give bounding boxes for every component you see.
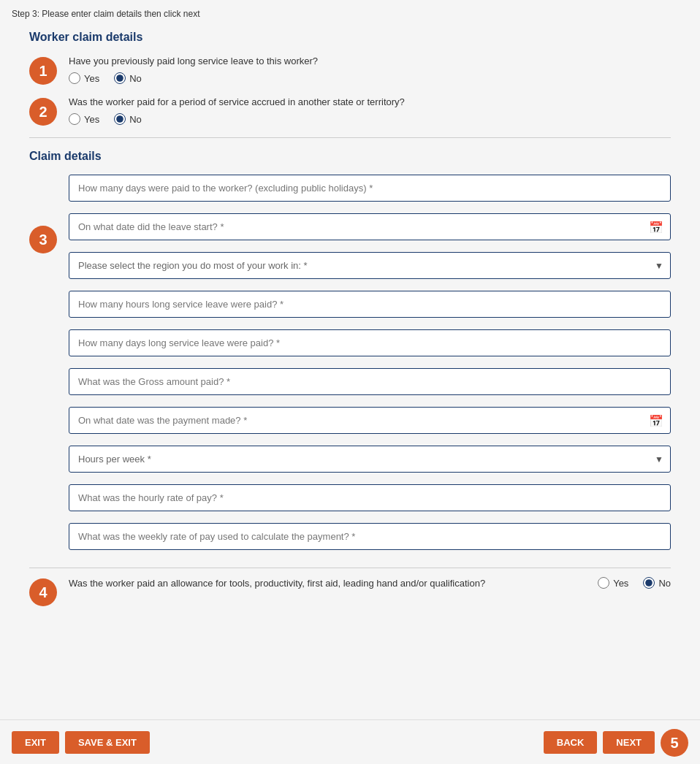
step-instruction-text: Step 3: Please enter claim details then …: [12, 9, 199, 19]
leave-start-date-wrapper: 📅: [69, 213, 671, 240]
question2-text: Was the worker paid for a period of serv…: [69, 96, 671, 107]
step4-yes-label[interactable]: Yes: [598, 577, 628, 589]
days-lsl-input[interactable]: [69, 329, 671, 356]
step4-no-radio[interactable]: [643, 577, 655, 589]
question1-no-label[interactable]: No: [114, 72, 142, 84]
question2-radio-group: Yes No: [69, 113, 671, 125]
step4-question: Was the worker paid an allowance for too…: [69, 578, 583, 589]
payment-date-wrapper: 📅: [69, 407, 671, 434]
step-instruction: Step 3: Please enter claim details then …: [0, 0, 700, 25]
question1-text: Have you previously paid long service le…: [69, 56, 671, 66]
days-lsl-field: [69, 329, 671, 356]
footer-left: EXIT SAVE & EXIT: [12, 731, 150, 754]
footer: EXIT SAVE & EXIT BACK NEXT 5: [0, 719, 700, 764]
question2-no-radio[interactable]: [114, 113, 126, 125]
step4-no-label[interactable]: No: [643, 577, 671, 589]
step4-radio-group: Yes No: [598, 577, 671, 589]
hours-per-week-select[interactable]: Hours per week *: [69, 446, 671, 473]
page-wrapper: Step 3: Please enter claim details then …: [0, 0, 700, 764]
weekly-rate-input[interactable]: [69, 523, 671, 550]
hourly-rate-field: [69, 484, 671, 511]
step2-content: Was the worker paid for a period of serv…: [69, 96, 671, 125]
gross-amount-input[interactable]: [69, 368, 671, 395]
step2-circle: 2: [29, 98, 57, 126]
step1-content: Have you previously paid long service le…: [69, 56, 671, 84]
claim-section: Claim details 3 📅: [29, 150, 671, 615]
step2-row: 2 Was the worker paid for a period of se…: [29, 96, 671, 126]
footer-right: BACK NEXT 5: [544, 727, 688, 757]
step5-circle: 5: [661, 729, 688, 757]
step4-row: 4 Was the worker paid an allowance for t…: [29, 568, 671, 615]
step4-circle: 4: [29, 578, 57, 606]
question1-yes-label[interactable]: Yes: [69, 72, 99, 84]
section-divider: [29, 137, 671, 138]
leave-start-date-input[interactable]: [69, 213, 671, 240]
step1-circle: 1: [29, 57, 57, 85]
payment-date-input[interactable]: [69, 407, 671, 434]
region-wrapper: Please select the region you do most of …: [69, 252, 671, 279]
region-field: Please select the region you do most of …: [69, 252, 671, 279]
step4-content: Was the worker paid an allowance for too…: [69, 577, 671, 589]
days-paid-input[interactable]: [69, 175, 671, 202]
hours-per-week-wrapper: Hours per week * ▼: [69, 446, 671, 473]
hours-per-week-field: Hours per week * ▼: [69, 446, 671, 473]
question1-yes-radio[interactable]: [69, 72, 80, 84]
back-button[interactable]: BACK: [544, 731, 598, 754]
next-button[interactable]: NEXT: [603, 731, 655, 754]
hours-lsl-field: [69, 291, 671, 318]
claim-fields: 📅 Please select the region you do most o…: [69, 175, 671, 562]
question2-yes-label[interactable]: Yes: [69, 113, 99, 125]
payment-date-field: 📅: [69, 407, 671, 434]
save-exit-button[interactable]: SAVE & EXIT: [65, 731, 150, 754]
hours-lsl-input[interactable]: [69, 291, 671, 318]
region-select[interactable]: Please select the region you do most of …: [69, 252, 671, 279]
question2-no-label[interactable]: No: [114, 113, 142, 125]
question2-yes-radio[interactable]: [69, 113, 80, 125]
step3-section: 3 📅: [29, 175, 671, 562]
step4-yes-radio[interactable]: [598, 577, 609, 589]
exit-button[interactable]: EXIT: [12, 731, 59, 754]
main-content: Worker claim details 1 Have you previous…: [0, 25, 700, 764]
step1-row: 1 Have you previously paid long service …: [29, 56, 671, 85]
leave-start-date-field: 📅: [69, 213, 671, 240]
worker-claim-details-title: Worker claim details: [29, 31, 671, 44]
step3-circle: 3: [29, 226, 57, 253]
claim-details-title: Claim details: [29, 150, 671, 163]
gross-amount-field: [69, 368, 671, 395]
weekly-rate-field: [69, 523, 671, 550]
days-paid-field: [69, 175, 671, 202]
question1-no-radio[interactable]: [114, 72, 126, 84]
hourly-rate-input[interactable]: [69, 484, 671, 511]
question1-radio-group: Yes No: [69, 72, 671, 84]
